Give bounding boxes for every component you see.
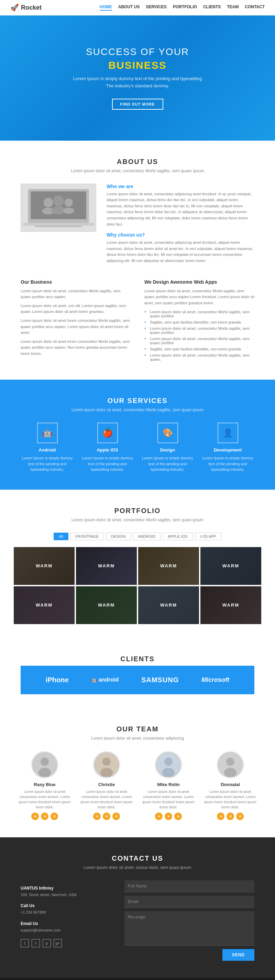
service-design-title: Design xyxy=(141,447,194,452)
hero-title-line1: SUCCESS OF YOUR xyxy=(7,46,268,57)
member-2-icon-2: ★ xyxy=(103,813,110,820)
member-3-desc: Lorem ipsum dolor sit amet consectetur l… xyxy=(141,789,196,810)
social-links: t f p g+ xyxy=(21,939,107,947)
service-dev: 👤 Development Lorem Ipsum is simply dumm… xyxy=(201,423,254,473)
email-text: support@sitename.com xyxy=(21,928,107,934)
member-1-name: Rasy Blue xyxy=(17,782,72,787)
contact-info: UANTUS Infinisy 104, Some street, NewYor… xyxy=(21,880,107,961)
design-icon: 🎨 xyxy=(162,428,173,438)
logo[interactable]: 🚀 Rocket xyxy=(10,3,41,12)
member-3-icon-1: ★ xyxy=(155,813,162,820)
about-image xyxy=(21,184,96,232)
business-p3: Lorem ipsum dolor sit amet lorem consect… xyxy=(21,318,130,336)
svg-rect-10 xyxy=(35,226,82,227)
svg-point-8 xyxy=(63,208,74,214)
team-member-4: Donnatal Lorem ipsum dolor sit amet cons… xyxy=(203,751,258,820)
filter-iosapp[interactable]: I-OS APP xyxy=(195,533,221,540)
pinterest-icon[interactable]: p xyxy=(43,939,51,947)
svg-point-7 xyxy=(65,199,73,207)
member-1-icons: ★ ★ ★ xyxy=(17,813,72,820)
member-3-icon-2: ★ xyxy=(165,813,172,820)
portfolio-item-5[interactable]: WARM xyxy=(14,586,75,624)
logo-text: Rocket xyxy=(21,4,41,11)
nav-team[interactable]: TEAM xyxy=(227,5,238,11)
send-button[interactable]: SEND xyxy=(223,949,254,961)
team-avatar-1 xyxy=(31,751,59,778)
address-text: 104, Some street, NewYork, USA xyxy=(21,892,107,898)
twitter-icon[interactable]: t xyxy=(21,939,29,947)
service-android-desc: Lorem Ipsum is simply dummy text of the … xyxy=(21,455,74,473)
member-2-desc: Lorem ipsum dolor sit amet consectetur l… xyxy=(79,789,134,810)
android-icon-box: 🤖 xyxy=(37,423,58,443)
footer: Copyright © 2016 Company name All Right … xyxy=(0,978,275,980)
about-section: ABOUT US Lorem ipsum dolor sit amet, con… xyxy=(0,141,275,380)
nav-links: HOME ABOUT US SERVICES PORTFOLIO CLIENTS… xyxy=(100,5,265,11)
portfolio-item-4[interactable]: WARM xyxy=(200,547,261,585)
email-label: Email Us xyxy=(21,921,107,926)
dev-icon-box: 👤 xyxy=(218,423,238,443)
filter-design[interactable]: DESIGN xyxy=(106,533,130,540)
service-ios: 🍎 Apple IOS Lorem Ipsum is simply dummy … xyxy=(81,423,134,473)
filter-all[interactable]: All xyxy=(54,533,68,540)
filter-android[interactable]: ANDROID xyxy=(133,533,161,540)
member-4-icon-2: ★ xyxy=(227,813,234,820)
portfolio-item-8[interactable]: WARM xyxy=(200,586,261,624)
logo-icon: 🚀 xyxy=(10,3,19,12)
contact-message-input[interactable] xyxy=(124,911,254,946)
feature-2: Sagittis, sem quis facilisis blanditiis,… xyxy=(145,319,254,325)
svg-point-15 xyxy=(102,757,111,766)
call-label: Call Us xyxy=(21,903,107,908)
feature-5: Sagittis, sem quis facilisis blanditiis,… xyxy=(145,346,254,352)
team-avatar-2 xyxy=(93,751,120,778)
service-dev-desc: Lorem Ipsum is simply dummy text of the … xyxy=(201,455,254,473)
portfolio-item-3[interactable]: WARM xyxy=(138,547,199,585)
nav-clients[interactable]: CLIENTS xyxy=(203,5,221,11)
clients-section: CLIENTS iPhone 🤖 android SAMSUNG Microso… xyxy=(0,641,275,708)
team-subtitle: Lorem ipsum dolor sit amet, consectetur … xyxy=(14,736,261,741)
contact-form: SEND xyxy=(124,880,254,961)
team-member-2: Christie Lorem ipsum dolor sit amet cons… xyxy=(79,751,134,820)
contact-email-input[interactable] xyxy=(124,896,254,908)
services-subtitle: Lorem ipsum dolor sit amet, consectetur … xyxy=(21,407,254,412)
services-grid: 🤖 Android Lorem Ipsum is simply dummy te… xyxy=(21,423,254,473)
contact-title: CONTACT US xyxy=(21,854,254,862)
member-1-icon-3: ★ xyxy=(51,813,58,820)
filter-appleios[interactable]: APPLE IOS xyxy=(162,533,192,540)
svg-point-21 xyxy=(226,757,234,766)
portfolio-item-6[interactable]: WARM xyxy=(76,586,137,624)
team-grid: Rasy Blue Lorem ipsum dolor sit amet con… xyxy=(14,751,261,820)
client-samsung: SAMSUNG xyxy=(141,676,179,684)
nav-services[interactable]: SERVICES xyxy=(146,5,166,11)
nav-about[interactable]: ABOUT US xyxy=(118,5,140,11)
service-ios-title: Apple IOS xyxy=(81,447,134,452)
service-dev-title: Development xyxy=(201,447,254,452)
filter-frontpage[interactable]: FRONTPAGE xyxy=(70,533,104,540)
googleplus-icon[interactable]: g+ xyxy=(54,939,62,947)
about-title: ABOUT US xyxy=(21,158,254,166)
hero-description: Lorem Ipsum is simply dummy text of the … xyxy=(69,75,206,90)
member-4-icon-3: ★ xyxy=(236,813,244,820)
facebook-icon[interactable]: f xyxy=(32,939,40,947)
member-4-desc: Lorem ipsum dolor sit amet consectetur l… xyxy=(203,789,258,810)
portfolio-item-1[interactable]: WARM xyxy=(14,547,75,585)
nav-home[interactable]: HOME xyxy=(100,5,112,11)
feature-3: Lorem ipsum dolor sit amet, consectetur … xyxy=(145,325,254,336)
why-choose-title: Why choose us? xyxy=(107,232,254,238)
portfolio-item-2[interactable]: WARM xyxy=(76,547,137,585)
portfolio-item-7[interactable]: WARM xyxy=(138,586,199,624)
services-title: OUR SERVICES xyxy=(21,397,254,405)
nav-portfolio[interactable]: PORTFOLIO xyxy=(173,5,197,11)
about-top: Who we are Lorem ipsum dolor sit amet, c… xyxy=(21,184,254,269)
team-section: OUR TEAM Lorem ipsum dolor sit amet, con… xyxy=(0,708,275,837)
member-4-icon-1: ★ xyxy=(217,813,224,820)
our-business-title: Our Business xyxy=(21,279,130,285)
android-logo-icon: 🤖 xyxy=(91,677,97,682)
client-android: 🤖 android xyxy=(91,677,119,683)
business-p4: Lorem ipsum dolor sit amet lorem consect… xyxy=(21,339,130,357)
clients-title: CLIENTS xyxy=(21,655,254,663)
design-icon-box: 🎨 xyxy=(157,423,178,443)
feature-6: Lorem ipsum dolor sit amet, consectetur … xyxy=(145,352,254,363)
nav-contact[interactable]: CONTACT xyxy=(245,5,265,11)
contact-name-input[interactable] xyxy=(124,880,254,892)
find-out-more-button[interactable]: FIND OUT MORE xyxy=(112,99,163,110)
